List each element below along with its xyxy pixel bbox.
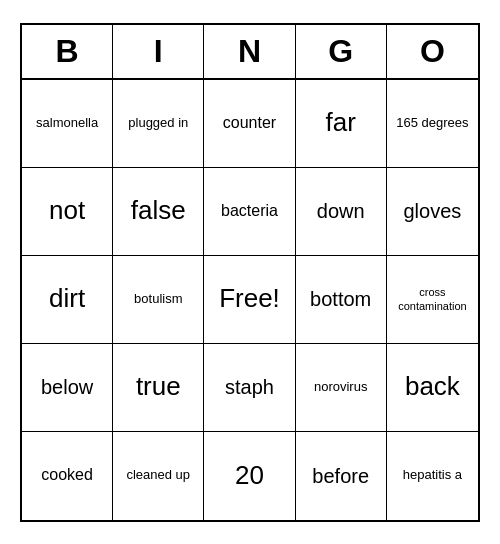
- cell-text: counter: [223, 113, 276, 134]
- bingo-cell: false: [113, 168, 204, 256]
- cell-text: true: [136, 370, 181, 404]
- bingo-cell: 20: [204, 432, 295, 520]
- cell-text: false: [131, 194, 186, 228]
- bingo-cell: cross contamination: [387, 256, 478, 344]
- bingo-cell: salmonella: [22, 80, 113, 168]
- header-letter-n: N: [204, 25, 295, 78]
- cell-text: back: [405, 370, 460, 404]
- cell-text: far: [326, 106, 356, 140]
- bingo-cell: norovirus: [296, 344, 387, 432]
- bingo-cell: 165 degrees: [387, 80, 478, 168]
- header-letter-g: G: [296, 25, 387, 78]
- bingo-cell: back: [387, 344, 478, 432]
- cell-text: plugged in: [128, 115, 188, 132]
- cell-text: botulism: [134, 291, 182, 308]
- cell-text: bacteria: [221, 201, 278, 222]
- bingo-cell: botulism: [113, 256, 204, 344]
- bingo-cell: Free!: [204, 256, 295, 344]
- bingo-cell: far: [296, 80, 387, 168]
- cell-text: 20: [235, 459, 264, 493]
- bingo-grid: salmonellaplugged incounterfar165 degree…: [22, 80, 478, 520]
- cell-text: not: [49, 194, 85, 228]
- cell-text: gloves: [403, 198, 461, 224]
- cell-text: staph: [225, 374, 274, 400]
- cell-text: bottom: [310, 286, 371, 312]
- header-letter-o: O: [387, 25, 478, 78]
- header-letter-b: B: [22, 25, 113, 78]
- bingo-cell: true: [113, 344, 204, 432]
- cell-text: Free!: [219, 282, 280, 316]
- bingo-cell: cleaned up: [113, 432, 204, 520]
- cell-text: cleaned up: [126, 467, 190, 484]
- cell-text: salmonella: [36, 115, 98, 132]
- cell-text: hepatitis a: [403, 467, 462, 484]
- bingo-cell: not: [22, 168, 113, 256]
- cell-text: dirt: [49, 282, 85, 316]
- bingo-cell: plugged in: [113, 80, 204, 168]
- bingo-cell: counter: [204, 80, 295, 168]
- bingo-cell: below: [22, 344, 113, 432]
- bingo-cell: hepatitis a: [387, 432, 478, 520]
- cell-text: down: [317, 198, 365, 224]
- cell-text: cross contamination: [391, 285, 474, 314]
- bingo-header: BINGO: [22, 25, 478, 80]
- bingo-cell: gloves: [387, 168, 478, 256]
- bingo-cell: bottom: [296, 256, 387, 344]
- bingo-card: BINGO salmonellaplugged incounterfar165 …: [20, 23, 480, 522]
- cell-text: cooked: [41, 465, 93, 486]
- bingo-cell: cooked: [22, 432, 113, 520]
- cell-text: below: [41, 374, 93, 400]
- cell-text: norovirus: [314, 379, 367, 396]
- bingo-cell: staph: [204, 344, 295, 432]
- cell-text: 165 degrees: [396, 115, 468, 132]
- bingo-cell: bacteria: [204, 168, 295, 256]
- header-letter-i: I: [113, 25, 204, 78]
- bingo-cell: dirt: [22, 256, 113, 344]
- bingo-cell: before: [296, 432, 387, 520]
- bingo-cell: down: [296, 168, 387, 256]
- cell-text: before: [312, 463, 369, 489]
